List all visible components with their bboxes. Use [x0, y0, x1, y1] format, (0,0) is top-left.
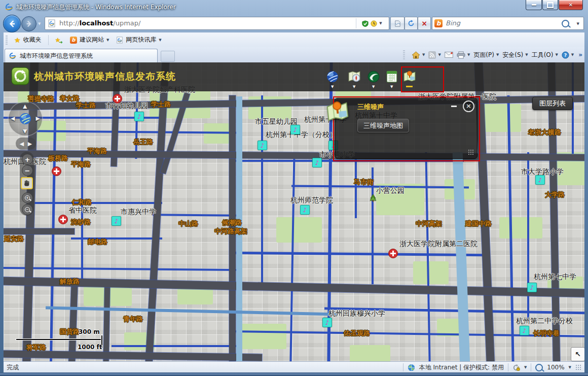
noise-monitor-marker[interactable]: ♪	[258, 141, 267, 150]
feeds-button[interactable]: ▼	[428, 51, 440, 59]
back-button[interactable]	[3, 15, 21, 32]
close-button[interactable]: ✕	[559, 0, 583, 10]
pan-compass-icon[interactable]: ◀ ▶ ▲ ▼	[9, 102, 42, 135]
search-caret[interactable]: ▼	[577, 22, 579, 26]
refresh-button[interactable]	[405, 17, 418, 30]
road-label: 将军路	[26, 343, 46, 352]
favorites-label: 收藏夹	[23, 36, 42, 44]
noise-3d-map-button[interactable]	[403, 70, 416, 83]
map-canvas[interactable]: 菩提寺路孝女路学士路学士路岳王路平海路板桥路平海路仁和路浣纱路延安路邮电路解放路…	[4, 62, 584, 361]
maximize-button[interactable]	[542, 0, 558, 10]
print-caret: ▼	[467, 53, 470, 57]
basemap-globe-icon	[326, 70, 339, 83]
help-button[interactable]: ? ▼	[562, 51, 574, 59]
tools-menu-button[interactable]: 工具(O) ▼	[532, 51, 558, 59]
magnify-out-button[interactable]: −	[22, 204, 33, 215]
compatibility-view-button[interactable]	[390, 17, 405, 30]
noise-3d-map-link-button[interactable]: 三维噪声地图	[357, 119, 409, 132]
overflow-chevron-icon[interactable]: »	[578, 51, 582, 58]
search-magnifier-icon[interactable]	[562, 20, 569, 27]
pan-forward-button[interactable]: ▶	[28, 141, 32, 147]
protected-mode-icon[interactable]	[512, 364, 520, 371]
minimize-button[interactable]	[526, 0, 542, 10]
noise-monitor-marker[interactable]: ♪	[290, 125, 300, 134]
noise-monitor-marker[interactable]: ♪	[134, 112, 144, 121]
road-label: 老浙大横路	[528, 128, 561, 137]
noise-monitor-marker[interactable]: ♪	[112, 216, 121, 226]
popup-minimize-button[interactable]	[451, 106, 457, 107]
zoom-magnifier-icon[interactable]	[535, 364, 543, 371]
safety-menu-button[interactable]: 安全(S) ▼	[502, 51, 528, 59]
tab-active[interactable]: 城市环境噪声信息管理系统	[5, 49, 158, 62]
layer-list-button[interactable]: 图层列表	[532, 97, 573, 110]
zoom-level[interactable]: 100%	[547, 364, 564, 371]
pan-back-button[interactable]: ◀	[20, 141, 24, 147]
pan-right-button[interactable]: ▶	[36, 115, 40, 122]
road-label: 浣纱路	[71, 218, 91, 227]
poi-label: 市惠兴中学	[121, 208, 156, 217]
zoom-out-button[interactable]: −	[22, 165, 33, 176]
recent-pages-caret[interactable]: ▼	[38, 22, 41, 26]
noise-disc-caret[interactable]: ▼	[372, 85, 375, 89]
basemap-caret[interactable]: ▼	[331, 85, 334, 89]
web-slices-button[interactable]: 网页快讯库 ▼	[113, 34, 165, 46]
noise-3d-map-icon-large	[325, 99, 351, 125]
noise-monitor-marker[interactable]: ♪	[535, 175, 545, 185]
popup-3d-noise[interactable]: 三维噪声 × 三维噪声地图	[335, 98, 477, 159]
report-panel-caret[interactable]: ▼	[390, 85, 393, 89]
noise-note-icon: ♪	[303, 207, 307, 213]
zone-caret[interactable]: ▼	[379, 21, 382, 25]
resize-grip[interactable]	[575, 364, 581, 370]
zoom-caret[interactable]: ▼	[569, 365, 571, 369]
title-bar[interactable]: 城市环境噪声信息管理系统 - Windows Internet Explorer…	[0, 0, 588, 14]
noise-monitor-marker[interactable]: ♪	[527, 283, 537, 292]
pan-hand-tool-selected[interactable]	[21, 177, 33, 189]
map-browse-icon	[348, 70, 361, 83]
pan-left-button[interactable]: ◀	[11, 115, 15, 122]
toolbar-grip[interactable]	[403, 50, 405, 59]
noise-monitor-marker[interactable]: ♪	[300, 205, 310, 215]
add-favorite-button[interactable]: ★ ➜	[52, 34, 66, 46]
report-panel-button[interactable]	[385, 70, 398, 83]
search-placeholder[interactable]: Bing	[446, 17, 460, 29]
print-button[interactable]: ▼	[457, 51, 470, 59]
noise-disc-button[interactable]	[367, 70, 380, 83]
navigation-bar: ▼ http://localhost/upmap/ ▼	[0, 14, 588, 32]
pan-history-control[interactable]: ◀ ▶	[16, 138, 36, 150]
magnify-in-button[interactable]: +	[22, 192, 33, 203]
map-browse-caret[interactable]: ▼	[353, 85, 355, 89]
read-mail-button[interactable]	[445, 52, 453, 58]
overview-corner-button[interactable]: ↖	[571, 347, 584, 361]
read-mail-icon	[445, 52, 453, 58]
url-text[interactable]: http://localhost/upmap/	[59, 17, 140, 29]
suggested-sites-button[interactable]: b 建议网站 ▼	[66, 34, 113, 46]
noise-monitor-marker[interactable]: ♪	[312, 158, 322, 167]
map-browse-button[interactable]	[348, 70, 361, 83]
pan-down-button[interactable]: ▼	[23, 128, 27, 134]
address-bar[interactable]: http://localhost/upmap/ ▼	[45, 17, 389, 30]
stop-button[interactable]: ×	[418, 17, 431, 30]
page-menu-button[interactable]: 页面(P) ▼	[473, 51, 499, 59]
search-box[interactable]: b Bing ▼	[432, 17, 584, 30]
new-tab-button[interactable]	[161, 51, 175, 62]
popup-resize-grip[interactable]	[468, 149, 473, 155]
separator	[531, 363, 531, 371]
pan-up-button[interactable]: ▲	[23, 103, 27, 110]
map-road	[112, 345, 238, 347]
map-green-area	[276, 217, 322, 243]
page-menu-label: 页面(P)	[473, 51, 494, 59]
forward-button[interactable]	[21, 16, 36, 31]
protected-mode-caret[interactable]: ▼	[524, 365, 527, 369]
zoom-toolbar: + − + −	[20, 152, 34, 216]
toolbar-grip[interactable]	[6, 36, 8, 45]
noise-monitor-marker[interactable]: ♪	[322, 318, 332, 327]
popup-close-button[interactable]: ×	[463, 100, 474, 112]
back-icon	[8, 20, 16, 28]
home-button[interactable]: ▼	[412, 51, 425, 59]
basemap-globe-button[interactable]	[326, 70, 339, 83]
noise-note-icon: ♪	[315, 160, 319, 166]
zoom-in-button[interactable]: +	[22, 154, 33, 165]
noise-monitor-marker[interactable]: ♪	[520, 326, 529, 335]
security-status-zone[interactable]: ▼	[356, 18, 388, 28]
favorites-button[interactable]: ★ 收藏夹	[11, 34, 45, 46]
